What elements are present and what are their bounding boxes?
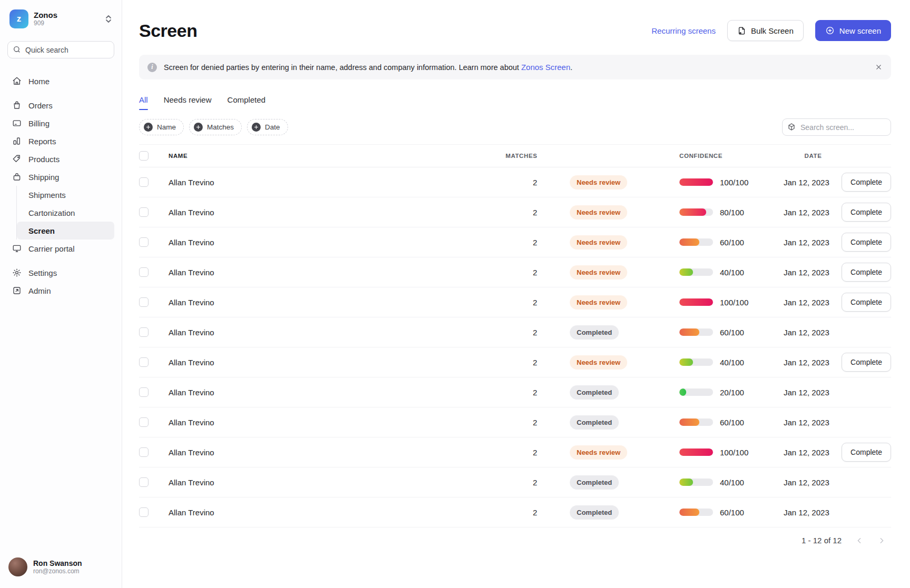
filter-matches-button[interactable]: Matches: [189, 119, 242, 135]
sidebar-nav: Home Orders Billing Reports Products S: [7, 72, 114, 300]
row-date: Jan 12, 2023: [784, 328, 843, 337]
filter-date-button[interactable]: Date: [247, 119, 288, 135]
bulk-screen-button[interactable]: Bulk Screen: [727, 20, 804, 41]
row-checkbox[interactable]: [139, 237, 149, 247]
row-name: Allan Trevino: [169, 448, 506, 457]
table-row[interactable]: Allan Trevino 2 Completed 60/100 Jan 12,…: [139, 317, 891, 347]
status-badge: Completed: [570, 505, 619, 520]
complete-button[interactable]: Complete: [842, 353, 891, 372]
pagination-label: 1 - 12 of 12: [802, 536, 842, 545]
sidebar-item-screen[interactable]: Screen: [17, 222, 114, 240]
header-actions: Recurring screens Bulk Screen New screen: [651, 20, 891, 41]
user-profile[interactable]: Ron Swanson ron@zonos.com: [7, 555, 114, 579]
filter-name-button[interactable]: Name: [139, 119, 184, 135]
table-row[interactable]: Allan Trevino 2 Needs review 80/100 Jan …: [139, 197, 891, 227]
plus-icon: [144, 123, 153, 132]
table-row[interactable]: Allan Trevino 2 Completed 20/100 Jan 12,…: [139, 377, 891, 407]
shopping-bag-icon: [12, 101, 22, 110]
sidebar-item-reports[interactable]: Reports: [7, 132, 114, 150]
sidebar-item-shipping[interactable]: Shipping: [7, 168, 114, 186]
row-name: Allan Trevino: [169, 298, 506, 307]
screen-search-input[interactable]: [782, 118, 891, 136]
filter-pills: Name Matches Date: [139, 119, 288, 135]
table-row[interactable]: Allan Trevino 2 Completed 40/100 Jan 12,…: [139, 467, 891, 497]
row-date: Jan 12, 2023: [784, 508, 843, 517]
row-checkbox[interactable]: [139, 267, 149, 277]
row-checkbox[interactable]: [139, 297, 149, 307]
confidence-bar: [679, 328, 713, 336]
complete-button[interactable]: Complete: [842, 203, 891, 222]
table-row[interactable]: Allan Trevino 2 Completed 60/100 Jan 12,…: [139, 407, 891, 437]
chevron-right-icon[interactable]: [877, 536, 886, 545]
complete-button[interactable]: Complete: [842, 443, 891, 462]
row-matches: 2: [506, 238, 537, 247]
sidebar-item-orders[interactable]: Orders: [7, 96, 114, 114]
row-checkbox[interactable]: [139, 417, 149, 427]
column-header-confidence: CONFIDENCE: [679, 153, 784, 159]
row-checkbox[interactable]: [139, 327, 149, 337]
confidence-bar: [679, 178, 713, 186]
column-header-matches: MATCHES: [506, 153, 537, 159]
row-date: Jan 12, 2023: [784, 448, 843, 457]
app-window: z Zonos 909 Home Orders: [0, 0, 910, 588]
quick-search-input[interactable]: [7, 41, 114, 58]
sidebar-item-admin[interactable]: Admin: [7, 282, 114, 300]
new-screen-button[interactable]: New screen: [815, 20, 891, 41]
status-badge: Needs review: [570, 355, 627, 370]
confidence-bar-fill: [679, 178, 713, 186]
sidebar-item-shipments[interactable]: Shipments: [17, 186, 114, 204]
row-name: Allan Trevino: [169, 418, 506, 427]
row-checkbox[interactable]: [139, 507, 149, 517]
confidence-value: 80/100: [720, 208, 744, 217]
screens-table: NAME MATCHES CONFIDENCE DATE Allan Trevi…: [139, 144, 891, 527]
pagination-controls: [855, 536, 886, 545]
confidence-value: 60/100: [720, 418, 744, 427]
tag-icon: [12, 154, 22, 164]
tab-completed[interactable]: Completed: [228, 95, 266, 110]
row-name: Allan Trevino: [169, 388, 506, 397]
row-name: Allan Trevino: [169, 238, 506, 247]
user-avatar: [8, 557, 27, 576]
table-row[interactable]: Allan Trevino 2 Needs review 100/100 Jan…: [139, 437, 891, 467]
zonos-screen-link[interactable]: Zonos Screen: [521, 63, 570, 72]
sidebar-item-cartonization[interactable]: Cartonization: [17, 204, 114, 222]
row-checkbox[interactable]: [139, 207, 149, 217]
close-icon[interactable]: [875, 63, 883, 71]
row-checkbox[interactable]: [139, 177, 149, 187]
table-row[interactable]: Allan Trevino 2 Needs review 40/100 Jan …: [139, 347, 891, 377]
table-row[interactable]: Allan Trevino 2 Needs review 60/100 Jan …: [139, 227, 891, 257]
sidebar-item-billing[interactable]: Billing: [7, 114, 114, 132]
row-checkbox[interactable]: [139, 357, 149, 367]
table-row[interactable]: Allan Trevino 2 Needs review 100/100 Jan…: [139, 167, 891, 197]
complete-button[interactable]: Complete: [842, 263, 891, 282]
sidebar-item-label: Carrier portal: [28, 244, 75, 253]
sidebar-item-carrier-portal[interactable]: Carrier portal: [7, 240, 114, 257]
org-switcher[interactable]: z Zonos 909: [7, 8, 114, 29]
table-row[interactable]: Allan Trevino 2 Needs review 40/100 Jan …: [139, 257, 891, 287]
package-cube-icon: [787, 123, 796, 131]
table-row[interactable]: Allan Trevino 2 Completed 60/100 Jan 12,…: [139, 497, 891, 527]
row-name: Allan Trevino: [169, 178, 506, 187]
confidence-bar-fill: [679, 388, 686, 396]
user-meta: Ron Swanson ron@zonos.com: [33, 559, 82, 575]
confidence-value: 60/100: [720, 508, 744, 517]
tab-all[interactable]: All: [139, 95, 148, 110]
sidebar-item-settings[interactable]: Settings: [7, 264, 114, 282]
org-switcher-chevrons-icon[interactable]: [105, 15, 112, 23]
sidebar-item-label: Shipping: [28, 173, 59, 182]
complete-button[interactable]: Complete: [842, 293, 891, 312]
row-checkbox[interactable]: [139, 447, 149, 457]
sidebar-item-products[interactable]: Products: [7, 150, 114, 168]
sidebar-item-label: Reports: [28, 137, 56, 146]
complete-button[interactable]: Complete: [842, 233, 891, 252]
monitor-icon: [12, 244, 22, 253]
sidebar-item-home[interactable]: Home: [7, 72, 114, 90]
row-checkbox[interactable]: [139, 477, 149, 487]
recurring-screens-link[interactable]: Recurring screens: [651, 26, 716, 35]
select-all-checkbox[interactable]: [139, 151, 149, 161]
tab-needs-review[interactable]: Needs review: [164, 95, 212, 110]
row-checkbox[interactable]: [139, 387, 149, 397]
chevron-left-icon[interactable]: [855, 536, 864, 545]
table-row[interactable]: Allan Trevino 2 Needs review 100/100 Jan…: [139, 287, 891, 317]
complete-button[interactable]: Complete: [842, 173, 891, 192]
